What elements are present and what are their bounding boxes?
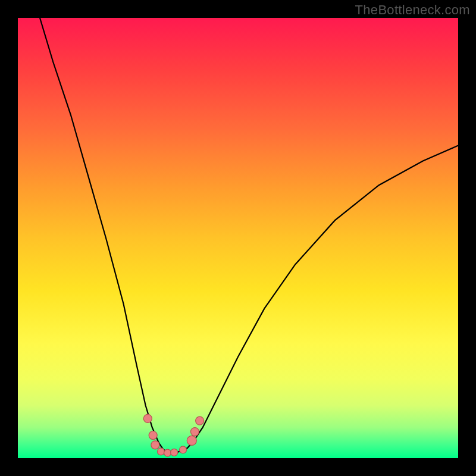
chart-frame: TheBottleneck.com — [0, 0, 476, 476]
data-marker — [180, 446, 187, 453]
data-marker — [196, 416, 204, 425]
data-marker — [143, 414, 152, 422]
data-marker — [149, 431, 157, 440]
chart-svg — [18, 18, 458, 458]
bottleneck-curve — [40, 18, 458, 453]
chart-plot-area — [18, 18, 458, 458]
data-marker — [190, 428, 199, 436]
data-marker — [158, 448, 165, 455]
data-marker — [164, 449, 171, 456]
data-marker — [187, 436, 196, 445]
data-marker — [171, 449, 178, 456]
watermark-text: TheBottleneck.com — [355, 2, 470, 18]
data-marker — [151, 441, 159, 449]
